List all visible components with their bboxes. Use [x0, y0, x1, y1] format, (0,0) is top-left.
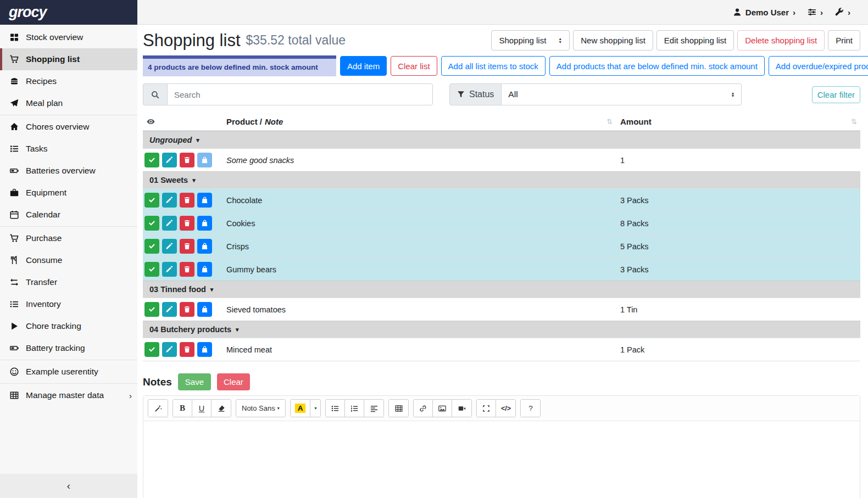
add-all-to-stock-button[interactable]: Add all list items to stock [441, 56, 546, 76]
sidebar-item-meal-plan[interactable]: Meal plan [0, 92, 137, 114]
sidebar-item-label: Recipes [26, 76, 57, 86]
clear-list-button[interactable]: Clear list [391, 56, 437, 76]
help-button[interactable]: ? [521, 400, 540, 417]
caret-down-icon: ▾ [192, 177, 196, 184]
edit-item-button[interactable] [162, 239, 177, 254]
sidebar-item-example-userentity[interactable]: Example userentity [0, 361, 137, 383]
sidebar-item-transfer[interactable]: Transfer [0, 271, 137, 293]
sidebar-item-recipes[interactable]: Recipes [0, 70, 137, 92]
delete-item-button[interactable] [180, 342, 194, 357]
app-logo[interactable]: grocy [0, 0, 137, 25]
save-notes-button[interactable]: Save [178, 373, 211, 390]
caret-down-icon: ▾ [196, 137, 199, 144]
amount-value: 8 Packs [620, 219, 860, 228]
delete-item-button[interactable] [180, 153, 194, 167]
column-header-product[interactable]: Product / Note ⇅ [226, 113, 620, 130]
shopping-list-select[interactable]: Shopping list ▲▼ [491, 30, 570, 51]
add-to-stock-button[interactable] [197, 262, 212, 277]
insert-link-button[interactable] [414, 400, 433, 417]
sidebar-item-tasks[interactable]: Tasks [0, 138, 137, 160]
add-overdue-button[interactable]: Add overdue/expired products [769, 56, 868, 76]
edit-item-button[interactable] [162, 216, 177, 231]
add-below-min-stock-button[interactable]: Add products that are below defined min.… [549, 56, 765, 76]
column-header-amount[interactable]: Amount ⇅ [620, 113, 860, 130]
sidebar-item-purchase[interactable]: Purchase [0, 227, 137, 249]
delete-item-button[interactable] [180, 216, 194, 231]
product-group-row-03-tinned-food[interactable]: 03 Tinned food▾ [143, 281, 860, 298]
bold-button[interactable]: B [173, 400, 192, 417]
mark-done-button[interactable] [144, 342, 159, 357]
add-to-stock-button[interactable] [197, 342, 212, 357]
font-family-button[interactable]: Noto Sans▾ [236, 400, 285, 417]
add-to-stock-button[interactable] [197, 216, 212, 231]
mark-done-button[interactable] [144, 302, 159, 317]
sidebar-item-label: Calendar [26, 210, 60, 220]
edit-item-button[interactable] [162, 342, 177, 357]
sidebar-item-consume[interactable]: Consume [0, 249, 137, 271]
edit-item-button[interactable] [162, 262, 177, 277]
mark-done-button[interactable] [144, 239, 159, 254]
clear-notes-button[interactable]: Clear [217, 373, 250, 390]
unordered-list-button[interactable] [326, 400, 345, 417]
delete-item-button[interactable] [180, 302, 194, 317]
edit-item-button[interactable] [162, 302, 177, 317]
edit-item-button[interactable] [162, 193, 177, 208]
color-picker-dropdown-button[interactable]: ▾ [310, 400, 320, 417]
paragraph-style-button[interactable] [364, 400, 383, 417]
highlight-color-button[interactable]: A [291, 400, 311, 417]
add-item-button[interactable]: Add item [340, 56, 387, 76]
search-input[interactable] [167, 83, 433, 105]
sidebar-item-shopping-list[interactable]: Shopping list [0, 48, 137, 70]
edit-shopping-list-button[interactable]: Edit shopping list [656, 30, 734, 51]
edit-item-button[interactable] [162, 153, 177, 167]
clear-formatting-button[interactable] [212, 400, 231, 417]
sidebar-item-label: Meal plan [26, 98, 63, 108]
sidebar-item-equipment[interactable]: Equipment [0, 182, 137, 204]
add-to-stock-button[interactable] [197, 153, 212, 167]
add-to-stock-button[interactable] [197, 239, 212, 254]
code-view-button[interactable]: </> [496, 400, 515, 417]
sidebar-item-manage-master-data[interactable]: Manage master data› [0, 384, 137, 406]
insert-video-button[interactable] [452, 400, 471, 417]
delete-item-button[interactable] [180, 239, 194, 254]
mark-done-button[interactable] [144, 216, 159, 231]
toggle-done-visibility[interactable] [143, 113, 226, 130]
add-to-stock-button[interactable] [197, 193, 212, 208]
notes-editor-area[interactable] [143, 421, 860, 498]
sidebar-item-calendar[interactable]: Calendar [0, 204, 137, 226]
sidebar-collapse-button[interactable]: ‹ [0, 474, 137, 498]
sidebar-item-battery-tracking[interactable]: Battery tracking [0, 337, 137, 359]
settings-menu[interactable]: › [808, 8, 823, 17]
sidebar-item-batteries-overview[interactable]: Batteries overview [0, 160, 137, 182]
product-group-row-01-sweets[interactable]: 01 Sweets▾ [143, 171, 860, 188]
mark-done-button[interactable] [144, 262, 159, 277]
sidebar-item-stock-overview[interactable]: Stock overview [0, 26, 137, 48]
product-group-row-ungrouped[interactable]: Ungrouped▾ [143, 131, 860, 148]
product-group-row-04-butchery-products[interactable]: 04 Butchery products▾ [143, 321, 860, 338]
status-select[interactable]: All ▲▼ [502, 83, 742, 105]
delete-item-button[interactable] [180, 193, 194, 208]
user-menu[interactable]: Demo User › [733, 8, 795, 17]
insert-picture-button[interactable] [433, 400, 452, 417]
admin-menu[interactable]: › [835, 8, 850, 17]
insert-table-button[interactable] [389, 400, 408, 417]
underline-button[interactable]: U [192, 400, 212, 417]
min-stock-warning-banner[interactable]: 4 products are below defined min. stock … [143, 55, 336, 76]
paper-plane-icon [9, 99, 20, 108]
mark-done-button[interactable] [144, 193, 159, 208]
mark-done-button[interactable] [144, 153, 159, 167]
delete-shopping-list-button[interactable]: Delete shopping list [737, 30, 825, 51]
sidebar-item-inventory[interactable]: Inventory [0, 293, 137, 315]
editor-button-group: BU [173, 399, 231, 417]
sidebar-item-chores-overview[interactable]: Chores overview [0, 116, 137, 138]
page-header: Shopping list $35.52 total value Shoppin… [143, 30, 860, 51]
delete-item-button[interactable] [180, 262, 194, 277]
add-to-stock-button[interactable] [197, 302, 212, 317]
new-shopping-list-button[interactable]: New shopping list [573, 30, 653, 51]
fullscreen-button[interactable] [477, 400, 496, 417]
magic-style-button[interactable] [148, 400, 168, 417]
ordered-list-button[interactable] [345, 400, 364, 417]
sidebar-item-chore-tracking[interactable]: Chore tracking [0, 315, 137, 337]
print-button[interactable]: Print [828, 30, 860, 51]
clear-filter-button[interactable]: Clear filter [812, 86, 860, 103]
